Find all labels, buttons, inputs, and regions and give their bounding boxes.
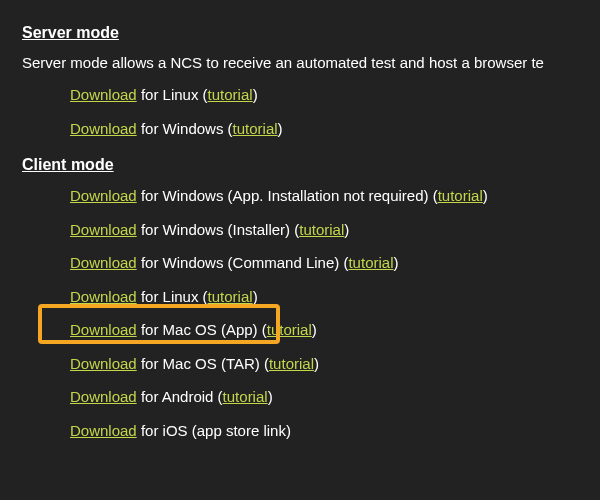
download-link[interactable]: Download: [70, 120, 137, 137]
close-paren: ): [312, 321, 317, 338]
platform-text: for Windows (Command Line) (: [137, 254, 349, 271]
tutorial-link[interactable]: tutorial: [348, 254, 393, 271]
close-paren: ): [314, 355, 319, 372]
list-item: Download for iOS (app store link): [70, 421, 578, 441]
server-mode-heading: Server mode: [22, 24, 578, 42]
download-link[interactable]: Download: [70, 321, 137, 338]
list-item: Download for Windows (App. Installation …: [70, 186, 578, 206]
tutorial-link[interactable]: tutorial: [208, 86, 253, 103]
server-downloads-list: Download for Linux (tutorial) Download f…: [22, 85, 578, 138]
tutorial-link[interactable]: tutorial: [208, 288, 253, 305]
download-link[interactable]: Download: [70, 86, 137, 103]
download-link[interactable]: Download: [70, 221, 137, 238]
close-paren: ): [483, 187, 488, 204]
download-link[interactable]: Download: [70, 187, 137, 204]
page-content: Server mode Server mode allows a NCS to …: [0, 0, 600, 476]
platform-text: for Linux (: [137, 86, 208, 103]
tutorial-link[interactable]: tutorial: [267, 321, 312, 338]
tutorial-link[interactable]: tutorial: [269, 355, 314, 372]
server-mode-description: Server mode allows a NCS to receive an a…: [22, 54, 578, 71]
tutorial-link[interactable]: tutorial: [299, 221, 344, 238]
list-item: Download for Windows (Command Line) (tut…: [70, 253, 578, 273]
list-item: Download for Linux (tutorial): [70, 287, 578, 307]
list-item: Download for Linux (tutorial): [70, 85, 578, 105]
platform-text: for Mac OS (TAR) (: [137, 355, 269, 372]
list-item: Download for Windows (tutorial): [70, 119, 578, 139]
tutorial-link[interactable]: tutorial: [223, 388, 268, 405]
client-downloads-list: Download for Windows (App. Installation …: [22, 186, 578, 440]
close-paren: ): [268, 388, 273, 405]
page-container: Server mode Server mode allows a NCS to …: [0, 0, 600, 500]
platform-text: for Android (: [137, 388, 223, 405]
close-paren: ): [393, 254, 398, 271]
close-paren: ): [253, 86, 258, 103]
tutorial-link[interactable]: tutorial: [233, 120, 278, 137]
download-link[interactable]: Download: [70, 254, 137, 271]
list-item: Download for Mac OS (App) (tutorial): [70, 320, 578, 340]
list-item: Download for Windows (Installer) (tutori…: [70, 220, 578, 240]
platform-text: for Windows (App. Installation not requi…: [137, 187, 438, 204]
client-mode-heading: Client mode: [22, 156, 578, 174]
download-link[interactable]: Download: [70, 355, 137, 372]
download-link[interactable]: Download: [70, 288, 137, 305]
close-paren: ): [344, 221, 349, 238]
download-link[interactable]: Download: [70, 388, 137, 405]
tutorial-link[interactable]: tutorial: [438, 187, 483, 204]
close-paren: ): [278, 120, 283, 137]
platform-text: for Windows (: [137, 120, 233, 137]
close-paren: ): [253, 288, 258, 305]
platform-text: for iOS (app store link): [137, 422, 291, 439]
platform-text: for Mac OS (App) (: [137, 321, 267, 338]
download-link[interactable]: Download: [70, 422, 137, 439]
list-item: Download for Mac OS (TAR) (tutorial): [70, 354, 578, 374]
list-item: Download for Android (tutorial): [70, 387, 578, 407]
platform-text: for Linux (: [137, 288, 208, 305]
platform-text: for Windows (Installer) (: [137, 221, 300, 238]
